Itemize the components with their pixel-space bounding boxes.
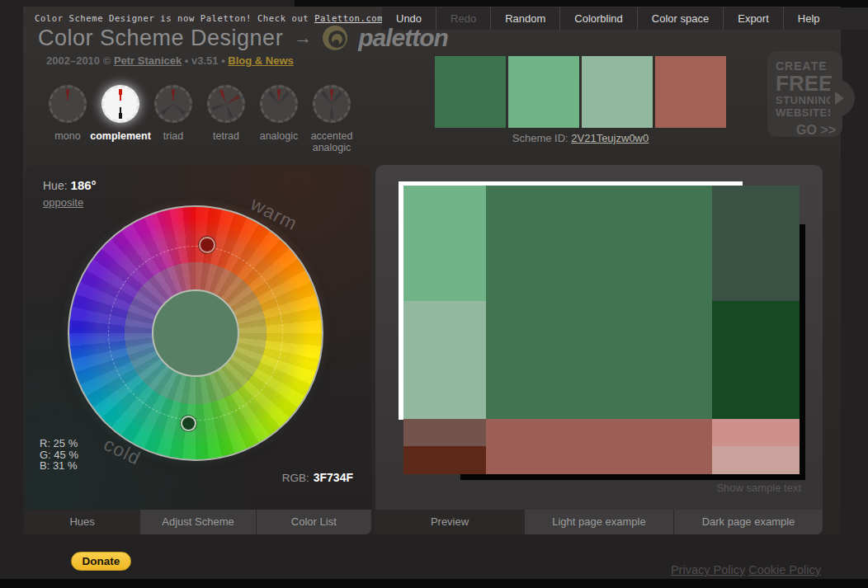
- preview-block-right-top: [712, 186, 800, 301]
- accented-analogic-dial-icon: [313, 85, 351, 123]
- blue-percent: B: 31 %: [40, 460, 78, 472]
- paletton-logo-text: paletton: [358, 24, 448, 52]
- color-wheel-panel: warm cold Hue:186° opposite R: 25 % G: 4…: [25, 165, 371, 534]
- ad-line-websites: WEBSITES: [776, 106, 836, 119]
- donate-button[interactable]: Donate: [71, 552, 131, 571]
- preview-block-right-bottom: [712, 446, 800, 474]
- paletton-com-link[interactable]: Paletton.com: [314, 13, 383, 23]
- menu-help[interactable]: Help: [783, 7, 834, 30]
- policy-links: Privacy PolicyCookie Policy: [668, 563, 821, 576]
- scheme-type-analogic[interactable]: analogic: [252, 85, 305, 153]
- preview-panel-tabs: Preview Light page example Dark page exa…: [375, 510, 823, 534]
- ad-play-arrow-icon[interactable]: [830, 79, 855, 117]
- palette-swatch-4[interactable]: [655, 56, 726, 128]
- hue-value: 186°: [71, 178, 97, 192]
- preview-block-right-low: [712, 419, 800, 446]
- complement-dial-icon: [101, 85, 139, 123]
- menu-colorblind[interactable]: Colorblind: [559, 7, 637, 30]
- palette-swatch-bar: [435, 56, 726, 128]
- scheme-id-link[interactable]: 2V21Teujzw0w0: [571, 132, 649, 144]
- tetrad-dial-icon: [207, 85, 245, 123]
- rgb-hex-readout: RGB:3F734F: [282, 471, 353, 484]
- rgb-hex-value: 3F734F: [314, 471, 353, 484]
- scheme-type-selector: mono complement triad tetrad analogic ac…: [41, 85, 358, 153]
- opposite-link[interactable]: opposite: [43, 196, 83, 209]
- preview-panel: Show sample text Preview Light page exam…: [375, 165, 823, 534]
- menu-export[interactable]: Export: [723, 7, 783, 30]
- cookie-policy-link[interactable]: Cookie Policy: [748, 563, 821, 576]
- app-window: Color Scheme Designer is now Paletton! C…: [0, 0, 868, 588]
- red-percent: R: 25 %: [40, 438, 78, 449]
- scheme-id-label: Scheme ID:: [512, 132, 572, 144]
- preview-block-center-main: [486, 186, 712, 419]
- scheme-type-triad[interactable]: triad: [147, 85, 200, 153]
- menu-color-space[interactable]: Color space: [637, 7, 723, 30]
- mono-dial-icon: [49, 85, 87, 123]
- paletton-logo-icon: [323, 26, 347, 50]
- author-link[interactable]: Petr Stanicek: [114, 54, 182, 67]
- base-hue-marker[interactable]: [181, 416, 196, 431]
- preview-block-right-mid: [712, 301, 800, 419]
- tab-light-page-example[interactable]: Light page example: [524, 510, 673, 534]
- menu-bar: Undo Redo Random Colorblind Color space …: [382, 7, 868, 30]
- complement-hue-marker[interactable]: [199, 237, 215, 253]
- ad-line-stunning: STUNNING: [776, 94, 836, 106]
- wheel-center-color-disc: [152, 289, 239, 377]
- ad-line-free: FREE: [776, 73, 836, 94]
- brand-header: Color Scheme Designer → paletton: [38, 24, 448, 52]
- preview-block-left-low: [403, 419, 486, 446]
- privacy-policy-link[interactable]: Privacy Policy: [671, 563, 745, 576]
- preview-block-left-top: [403, 186, 486, 301]
- tab-hues[interactable]: Hues: [25, 510, 139, 534]
- hue-readout: Hue:186°: [43, 178, 97, 192]
- byline: 2002–2010 © Petr Stanicek • v3.51 • Blog…: [46, 54, 294, 67]
- preview-card-shadow-bottom: [460, 474, 805, 480]
- app-title: Color Scheme Designer: [38, 26, 283, 51]
- scheme-type-complement[interactable]: complement: [94, 85, 147, 153]
- palette-swatch-3[interactable]: [582, 56, 653, 128]
- website-builder-ad[interactable]: CREATE FREE STUNNING WEBSITES GO >>: [767, 51, 842, 137]
- preview-block-left-bottom: [403, 446, 486, 474]
- palette-swatch-1[interactable]: [435, 56, 506, 128]
- preview-block-left-mid: [403, 301, 486, 419]
- show-sample-text-link[interactable]: Show sample text: [716, 482, 801, 494]
- announcement-text: Color Scheme Designer is now Paletton! C…: [35, 13, 314, 23]
- arrow-right-icon: →: [294, 27, 312, 49]
- ad-go-link[interactable]: GO >>: [776, 123, 836, 138]
- tab-dark-page-example[interactable]: Dark page example: [673, 510, 823, 534]
- blog-news-link[interactable]: Blog & News: [228, 54, 293, 67]
- scheme-type-tetrad[interactable]: tetrad: [200, 85, 252, 153]
- tab-preview[interactable]: Preview: [375, 510, 524, 534]
- tab-adjust-scheme[interactable]: Adjust Scheme: [139, 510, 255, 534]
- menu-random[interactable]: Random: [490, 7, 559, 30]
- preview-card-shadow-right: [800, 224, 805, 480]
- tab-color-list[interactable]: Color List: [256, 510, 371, 534]
- wheel-panel-tabs: Hues Adjust Scheme Color List: [25, 510, 371, 534]
- palette-swatch-2[interactable]: [508, 56, 579, 128]
- triad-dial-icon: [154, 85, 192, 123]
- copyright-text: 2002–2010 ©: [46, 54, 114, 67]
- analogic-dial-icon: [260, 85, 298, 123]
- scheme-id-line: Scheme ID: 2V21Teujzw0w0: [435, 132, 726, 144]
- green-percent: G: 45 %: [40, 449, 78, 461]
- version-text: • v3.51 •: [182, 54, 228, 67]
- scheme-type-accented-analogic[interactable]: accented analogic: [305, 85, 358, 153]
- bottom-black-strip: [0, 579, 868, 588]
- rgb-percentages: R: 25 % G: 45 % B: 31 %: [40, 438, 78, 472]
- preview-block-center-bottom: [486, 419, 712, 474]
- scheme-type-mono[interactable]: mono: [41, 85, 94, 153]
